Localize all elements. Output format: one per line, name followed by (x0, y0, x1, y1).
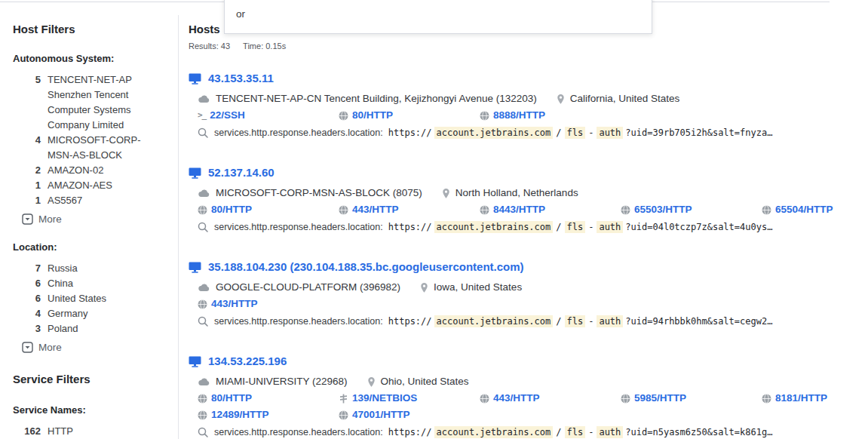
service-link-item[interactable]: 8888/HTTP (480, 107, 621, 124)
host-ip-link[interactable]: 43.153.35.11 (208, 71, 274, 86)
service-link-item[interactable]: 22/SSH (198, 107, 339, 124)
service-link-item[interactable]: 80/HTTP (198, 390, 339, 407)
service-link-item[interactable]: 8181/HTTP (762, 390, 868, 407)
service-link-item[interactable]: 5985/HTTP (621, 390, 762, 407)
service-link[interactable]: 5985/HTTP (634, 390, 686, 407)
filter-item-as[interactable]: 2 AMAZON-02 (13, 163, 172, 178)
search-suggestion-item[interactable]: or (236, 8, 245, 20)
service-link[interactable]: 8181/HTTP (775, 390, 827, 407)
filter-label[interactable]: HTTP (48, 424, 146, 439)
filter-label[interactable]: China (48, 276, 146, 291)
service-link-item[interactable]: 443/HTTP (339, 201, 480, 218)
host-ip-link[interactable]: 35.188.104.230 (230.104.188.35.bc.google… (208, 259, 524, 275)
filter-count: 162 (13, 424, 48, 439)
more-label: More (38, 213, 62, 225)
service-link[interactable]: 443/HTTP (352, 201, 399, 218)
filter-label[interactable]: Russia (48, 261, 146, 276)
query-field-label: services.http.response.headers.location: (214, 219, 383, 235)
url-separator: - (588, 127, 593, 138)
service-link[interactable]: 80/HTTP (211, 201, 252, 218)
location-label: Iowa, United States (434, 279, 522, 296)
search-suggestion-dropdown[interactable]: or (224, 0, 652, 34)
service-link[interactable]: 80/HTTP (211, 390, 252, 407)
service-link[interactable]: 12489/HTTP (211, 407, 269, 423)
monitor-icon (189, 73, 201, 84)
globe-icon (198, 410, 207, 420)
filter-label[interactable]: AS5567 (48, 193, 146, 208)
service-link[interactable]: 65503/HTTP (634, 201, 692, 218)
results-count: Results: 43 (189, 41, 230, 51)
matched-url: https://account.jetbrains.com/fls-auth?u… (388, 424, 773, 439)
filter-item-as[interactable]: 4 MICROSOFT-CORP-MSN-AS-BLOCK (13, 133, 172, 163)
filter-item-location[interactable]: 7 Russia (13, 261, 172, 276)
filter-count: 5 (13, 72, 48, 133)
service-link[interactable]: 443/HTTP (493, 390, 540, 407)
results-meta: Results: 43 Time: 0.15s (189, 41, 868, 51)
globe-icon (762, 394, 771, 404)
url-query-tail: ?uid=39rb705i2h&salt=fnyza… (625, 127, 772, 138)
service-link[interactable]: 80/HTTP (352, 107, 393, 124)
service-link-item[interactable]: 80/HTTP (198, 201, 339, 218)
filter-item-as[interactable]: 5 TENCENT-NET-AP Shenzhen Tencent Comput… (13, 72, 172, 133)
search-icon (198, 427, 208, 437)
globe-icon (339, 410, 348, 420)
service-link-item[interactable]: 80/HTTP (339, 107, 480, 124)
filter-count: 2 (13, 163, 48, 178)
filter-item-as[interactable]: 1 AS5567 (13, 193, 172, 208)
chevron-down-boxed-icon (22, 213, 33, 225)
matched-url: https://account.jetbrains.com/fls-auth?u… (388, 313, 773, 330)
service-link[interactable]: 8443/HTTP (493, 201, 545, 218)
service-link-item[interactable]: 443/HTTP (480, 390, 621, 407)
filter-item-location[interactable]: 6 China (13, 276, 172, 291)
cloud-icon (198, 283, 210, 292)
as-label: MIAMI-UNIVERSITY (22968) (216, 373, 348, 390)
service-link[interactable]: 22/SSH (210, 107, 245, 124)
as-more-button[interactable]: More (22, 213, 172, 225)
url-path-highlight: auth (597, 221, 623, 233)
filter-label[interactable]: Poland (48, 321, 146, 336)
filter-item-service[interactable]: 162 HTTP (13, 424, 172, 439)
filter-label[interactable]: MICROSOFT-CORP-MSN-AS-BLOCK (48, 133, 146, 163)
service-link-item[interactable]: 47001/HTTP (339, 407, 480, 423)
filter-count: 4 (13, 306, 48, 321)
filter-item-location[interactable]: 4 Germany (13, 306, 172, 321)
filter-label[interactable]: TENCENT-NET-AP Shenzhen Tencent Computer… (48, 72, 146, 133)
chevron-down-boxed-icon (22, 342, 33, 353)
location-pin-icon (442, 188, 450, 199)
filter-label[interactable]: Germany (48, 306, 146, 321)
service-link-item[interactable]: 443/HTTP (198, 296, 339, 312)
host-ip-link[interactable]: 134.53.225.196 (208, 354, 287, 369)
url-path-highlight: auth (597, 426, 623, 438)
host-result: 43.153.35.11 TENCENT-NET-AP-CN Tencent B… (189, 71, 868, 141)
service-link-item[interactable]: 65504/HTTP (762, 201, 868, 218)
filter-count: 6 (13, 291, 48, 306)
filter-label[interactable]: AMAZON-02 (48, 163, 146, 178)
monitor-icon (189, 167, 201, 179)
service-link[interactable]: 47001/HTTP (352, 407, 410, 423)
service-names-list: 162 HTTP 11 UNKNOWN 10 MYSQL (13, 424, 172, 439)
service-link-item[interactable]: 65503/HTTP (621, 201, 762, 218)
service-link[interactable]: 139/NETBIOS (352, 390, 417, 407)
service-link-item[interactable]: 8443/HTTP (480, 201, 621, 218)
location-more-button[interactable]: More (22, 342, 172, 353)
search-icon (198, 316, 208, 327)
service-link-item[interactable]: 139/NETBIOS (339, 390, 480, 407)
service-link[interactable]: 65504/HTTP (775, 201, 833, 218)
filter-label[interactable]: United States (48, 291, 146, 306)
cloud-icon (198, 94, 210, 103)
filter-item-location[interactable]: 3 Poland (13, 321, 172, 336)
terminal-icon (198, 107, 206, 124)
filters-sidebar: Host Filters Autonomous System: 5 TENCEN… (0, 0, 178, 439)
url-host-highlight: account.jetbrains.com (434, 426, 554, 438)
globe-icon (480, 205, 489, 215)
url-query-tail: ?uid=04l0tczp7z&salt=4u0ys… (625, 222, 772, 232)
service-link[interactable]: 443/HTTP (211, 296, 258, 312)
globe-icon (621, 394, 630, 404)
filter-item-as[interactable]: 1 AMAZON-AES (13, 178, 172, 193)
filter-label[interactable]: AMAZON-AES (48, 178, 146, 193)
service-link[interactable]: 8888/HTTP (493, 107, 545, 124)
url-scheme: https:// (388, 316, 432, 327)
service-link-item[interactable]: 12489/HTTP (198, 407, 339, 423)
host-ip-link[interactable]: 52.137.14.60 (208, 165, 275, 180)
filter-item-location[interactable]: 6 United States (13, 291, 172, 306)
